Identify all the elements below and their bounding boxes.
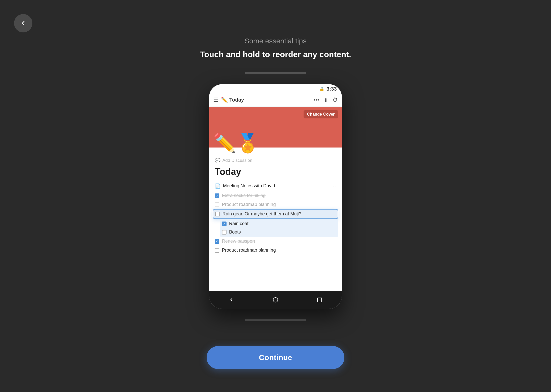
more-icon[interactable]: ••• xyxy=(314,97,319,103)
tip-headline: Touch and hold to reorder any content. xyxy=(200,50,351,59)
status-bar-time: 🔒 3:33 xyxy=(319,86,337,92)
check-text-rain-coat: Rain coat xyxy=(229,221,248,226)
continue-button[interactable]: Continue xyxy=(207,346,344,369)
change-cover-button[interactable]: Change Cover xyxy=(304,110,338,118)
timer-icon[interactable]: ⏱ xyxy=(333,97,338,103)
list-section: 📄 Meeting Notes with David ··· ✓ Extra s… xyxy=(209,181,342,255)
toolbar-actions: ••• ⬆ ⏱ xyxy=(314,97,338,103)
checkbox-boots[interactable] xyxy=(222,230,227,235)
checkbox-product-roadmap-ghost[interactable] xyxy=(215,202,219,207)
doc-more-icon[interactable]: ··· xyxy=(330,183,336,189)
checkbox-rain-gear[interactable] xyxy=(215,212,220,216)
page-title: Today xyxy=(209,164,342,181)
status-time: 3:33 xyxy=(327,86,337,92)
cover-area: ✏️🏅 Change Cover xyxy=(209,107,342,148)
app-icon: ✏️ xyxy=(221,97,228,103)
check-item-extra-socks[interactable]: ✓ Extra socks for hiking xyxy=(213,191,338,200)
nav-recents-button[interactable] xyxy=(312,292,327,308)
status-bar: 🔒 3:33 xyxy=(209,84,342,93)
app-toolbar: ☰ ✏️ Today ••• ⬆ ⏱ xyxy=(209,93,342,107)
check-text-product-roadmap-ghost: Product roadmap planning xyxy=(222,202,276,207)
tip-label: Some essential tips xyxy=(200,37,351,45)
cover-emoji: ✏️🏅 xyxy=(213,134,259,152)
check-text-rain-gear: Rain gear. Or maybe get them at Muji? xyxy=(222,211,301,217)
checkbox-product-roadmap[interactable] xyxy=(215,248,219,253)
nav-home-button[interactable] xyxy=(268,292,283,308)
lock-icon: 🔒 xyxy=(319,87,324,91)
phone-wrapper: 🔒 3:33 ☰ ✏️ Today ••• ⬆ ⏱ ✏️🏅 Change Cov… xyxy=(209,84,342,309)
checkbox-extra-socks[interactable]: ✓ xyxy=(215,193,219,198)
check-text-renew-passport: Renew passport xyxy=(222,239,255,244)
toolbar-title: Today xyxy=(229,97,314,103)
share-icon[interactable]: ⬆ xyxy=(324,97,328,103)
menu-icon[interactable]: ☰ xyxy=(213,97,218,103)
header-section: Some essential tips Touch and hold to re… xyxy=(200,37,351,59)
continue-button-label: Continue xyxy=(259,353,292,362)
check-item-renew-passport[interactable]: ✓ Renew passport xyxy=(213,237,338,246)
phone-frame: 🔒 3:33 ☰ ✏️ Today ••• ⬆ ⏱ ✏️🏅 Change Cov… xyxy=(209,84,342,309)
android-nav-bar xyxy=(209,291,342,309)
checkbox-rain-coat[interactable]: ✓ xyxy=(222,222,227,226)
check-text-product-roadmap: Product roadmap planning xyxy=(222,248,276,253)
page-content: 💬 Add Discussion Today 📄 Meeting Notes w… xyxy=(209,148,342,291)
sub-items-rain-gear: ✓ Rain coat Boots xyxy=(220,219,338,237)
check-text-boots: Boots xyxy=(229,229,241,235)
doc-item: 📄 Meeting Notes with David ··· xyxy=(213,181,338,191)
doc-title: Meeting Notes with David xyxy=(223,183,328,189)
phone-screen: 🔒 3:33 ☰ ✏️ Today ••• ⬆ ⏱ ✏️🏅 Change Cov… xyxy=(209,84,342,309)
check-item-rain-coat[interactable]: ✓ Rain coat xyxy=(220,219,338,228)
checkbox-renew-passport[interactable]: ✓ xyxy=(215,239,219,244)
bubble-icon: 💬 xyxy=(215,158,220,163)
progress-bar-bottom xyxy=(245,319,306,321)
add-discussion-label: Add Discussion xyxy=(222,158,252,163)
check-item-boots[interactable]: Boots xyxy=(220,228,338,236)
nav-back-button[interactable] xyxy=(224,292,239,308)
check-item-product-roadmap-ghost: Product roadmap planning xyxy=(213,200,338,209)
check-item-product-roadmap[interactable]: Product roadmap planning xyxy=(213,246,338,255)
progress-bar-top xyxy=(245,72,306,74)
check-text-extra-socks: Extra socks for hiking xyxy=(222,193,266,198)
doc-icon: 📄 xyxy=(215,183,220,189)
check-item-rain-gear[interactable]: Rain gear. Or maybe get them at Muji? xyxy=(213,209,338,219)
back-button[interactable] xyxy=(14,14,32,32)
